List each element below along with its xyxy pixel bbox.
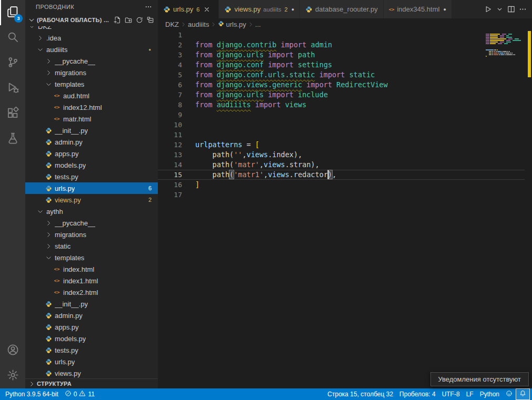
activity-item-extensions[interactable] (0, 101, 25, 126)
tree-item[interactable]: aythh (25, 206, 158, 217)
new-folder-icon[interactable] (123, 15, 134, 25)
tree-item[interactable]: audiiits● (25, 44, 158, 55)
status-cursor-position[interactable]: Строка 15, столбец 32 (324, 388, 396, 400)
minimap-line (486, 38, 525, 39)
breadcrumb-item[interactable]: DKZ (165, 20, 179, 28)
tab-views.py[interactable]: views.pyaudiiits2● (219, 0, 300, 18)
status-problems[interactable]: 011 (62, 388, 98, 400)
tree-item[interactable]: <>index2.html (25, 286, 158, 298)
tree-item[interactable]: urls.py (25, 356, 158, 367)
minimap-line (486, 45, 525, 46)
explorer-more-actions-icon[interactable] (143, 2, 154, 12)
line-number: 4 (158, 60, 182, 70)
workspace-section-header[interactable]: (РАБОЧАЯ ОБЛАСТЬ) ... (25, 14, 158, 26)
tree-item[interactable]: views.py2 (25, 194, 158, 206)
tree-item[interactable]: migrations (25, 67, 158, 78)
activity-item-search[interactable] (0, 25, 25, 50)
tree-item-label: __init__.py (55, 300, 88, 308)
tab-index345.html[interactable]: <>index345.html● (384, 0, 452, 18)
code-line: 2from django.contrib import admin (158, 40, 525, 50)
tree-item[interactable]: models.py (25, 159, 158, 171)
notification-toast[interactable]: Уведомления отсутствуют (430, 372, 529, 386)
warnings-count: 11 (88, 391, 94, 398)
tab-database_roouter.py[interactable]: database_roouter.py (300, 0, 384, 18)
split-editor-icon[interactable] (506, 4, 516, 15)
activity-item-testing[interactable] (0, 126, 25, 151)
tree-item[interactable]: urls.py6 (25, 182, 158, 194)
tree-item[interactable]: <>aud.html (25, 90, 158, 101)
feedback-icon (506, 390, 513, 398)
new-file-icon[interactable] (112, 15, 123, 25)
run-python-file-icon[interactable] (483, 4, 493, 15)
breadcrumb-separator-icon (210, 22, 216, 27)
activity-item-source-control[interactable] (0, 50, 25, 76)
tree-item[interactable]: models.py (25, 333, 158, 344)
status-encoding[interactable]: UTF-8 (439, 388, 463, 400)
activity-item-settings[interactable] (0, 363, 25, 388)
more-actions-icon[interactable] (517, 4, 528, 15)
tree-item[interactable]: admin.py (25, 310, 158, 321)
tree-item[interactable]: views.py (25, 367, 158, 378)
activity-item-run-debug[interactable] (0, 76, 25, 101)
status-language-mode[interactable]: Python (477, 388, 503, 400)
overview-ruler (527, 30, 532, 388)
status-eol[interactable]: LF (463, 388, 477, 400)
tree-item[interactable]: __pycache__ (25, 217, 158, 229)
tree-item[interactable]: tests.py (25, 344, 158, 356)
tree-item[interactable]: migrations (25, 229, 158, 240)
chevron-right-icon (44, 230, 53, 239)
tree-item[interactable]: <>index1.html (25, 275, 158, 286)
status-python-version-label: Python 3.9.5 64-bit (5, 391, 58, 398)
minimap[interactable] (485, 31, 526, 60)
outline-section-label: СТРУКТУРА (37, 381, 72, 387)
tree-item[interactable]: <>index.html (25, 263, 158, 275)
tree-item[interactable]: __pycache__ (25, 55, 158, 67)
refresh-icon[interactable] (134, 15, 145, 25)
tab-problems-badge: 6 (196, 6, 199, 13)
status-notifications[interactable] (516, 388, 530, 400)
collapse-all-icon[interactable] (145, 15, 156, 25)
tree-item[interactable]: <>index12.html (25, 101, 158, 113)
sidebar-title-label: ПРОВОДНИК (36, 4, 74, 10)
code-editor[interactable]: 12from django.contrib import admin3from … (158, 30, 532, 388)
tree-item-label: models.py (55, 161, 86, 169)
status-indentation[interactable]: Пробелов: 4 (396, 388, 439, 400)
breadcrumb-item[interactable]: ... (255, 20, 261, 28)
activity-item-account[interactable] (0, 338, 25, 363)
tree-item[interactable]: admin.py (25, 136, 158, 148)
py-file-icon (44, 196, 53, 204)
chevron-right-icon (44, 68, 53, 77)
status-feedback[interactable] (503, 388, 516, 400)
tree-item[interactable]: apps.py (25, 148, 158, 159)
tree-item[interactable]: apps.py (25, 321, 158, 333)
outline-section-header[interactable]: СТРУКТУРА (25, 378, 158, 388)
minimap-line (486, 40, 525, 41)
sidebar-explorer: ПРОВОДНИК (РАБОЧАЯ ОБЛАСТЬ) ... DKZ.idea… (25, 0, 158, 388)
html-file-icon: <> (53, 288, 61, 296)
run-dropdown-icon[interactable] (494, 4, 505, 15)
tree-item[interactable]: __init__.py (25, 298, 158, 310)
close-icon[interactable] (203, 6, 210, 13)
tab-urls.py[interactable]: urls.py6 (158, 0, 219, 18)
editor-group: urls.py6views.pyaudiiits2●database_roout… (158, 0, 532, 388)
tree-item[interactable]: .idea (25, 32, 158, 44)
status-python-version[interactable]: Python 3.9.5 64-bit (2, 388, 62, 400)
tree-item[interactable]: __init__.py (25, 125, 158, 136)
tree-item-label: migrations (55, 231, 86, 239)
chevron-down-icon (44, 253, 53, 262)
tree-item[interactable]: static (25, 240, 158, 252)
tree-item[interactable]: tests.py (25, 171, 158, 182)
code-line: 10 (158, 120, 525, 130)
minimap-line (486, 42, 525, 43)
tree-item-label: apps.py (55, 150, 79, 158)
activity-item-explorer[interactable]: 3 (0, 0, 25, 25)
breadcrumb-item[interactable]: urls.py (218, 20, 246, 28)
breadcrumb-item[interactable]: audiiits (188, 20, 209, 28)
tree-item[interactable]: templates (25, 252, 158, 263)
line-number: 10 (158, 120, 182, 130)
py-file-icon (218, 20, 224, 28)
tree-item[interactable]: templates (25, 78, 158, 90)
tree-item[interactable]: DKZ (25, 26, 158, 32)
tree-item[interactable]: <>matr.html (25, 113, 158, 125)
chevron-down-icon (36, 207, 44, 216)
